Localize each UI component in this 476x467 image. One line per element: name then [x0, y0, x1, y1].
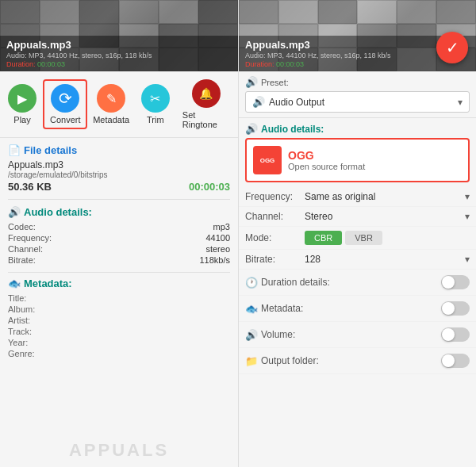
audio-details-title: 🔊 Audio details:	[8, 206, 230, 218]
metadata-icon: ✎	[97, 84, 125, 113]
file-details-section: 📄 File details Appuals.mp3 /storage/emul…	[0, 138, 238, 199]
audio-details-icon: 🔊	[8, 206, 21, 218]
mode-buttons: CBR VBR	[305, 231, 470, 245]
preset-dropdown-arrow: ▾	[458, 97, 463, 108]
volume-toggle-row: 🔊 Volume:	[239, 322, 476, 348]
toolbar-metadata[interactable]: ✎ Metadata	[87, 81, 134, 128]
file-path: /storage/emulated/0/bitstrips	[8, 170, 230, 179]
toolbar-ringtone-label: Set Ringtone	[182, 110, 230, 129]
vbr-button[interactable]: VBR	[345, 231, 382, 245]
frequency-value: Same as original	[305, 191, 375, 202]
file-duration: 00:00:03	[189, 181, 230, 193]
left-thumbnail: Appuals.mp3 Audio: MP3, 44100 Hz, stereo…	[0, 0, 238, 71]
volume-toggle[interactable]	[441, 327, 470, 342]
preset-dropdown-icon: 🔊	[252, 96, 265, 108]
ogg-name: OGG	[288, 149, 365, 162]
trim-icon: ✂	[141, 84, 170, 113]
right-audio-icon: 🔊	[245, 123, 258, 135]
frequency-label: Frequency:	[245, 191, 305, 202]
toolbar-convert-label: Convert	[50, 115, 81, 124]
left-thumbnail-duration: Duration: 00:00:03	[6, 60, 232, 68]
metadata-toggle[interactable]	[441, 301, 470, 316]
right-thumbnail-duration: Duration: 00:00:03	[245, 60, 470, 68]
frequency-arrow: ▾	[465, 191, 470, 202]
metadata-year-row: Year:	[8, 337, 230, 348]
right-thumbnail-audio: Audio: MP3, 44100 Hz, stereo, s16p, 118 …	[245, 52, 470, 59]
volume-label: Volume:	[261, 329, 295, 340]
channel-row: Channel: Stereo ▾	[239, 207, 476, 227]
toolbar-trim[interactable]: ✂ Trim	[135, 81, 176, 128]
toolbar-play-label: Play	[13, 115, 30, 124]
frequency-row: Frequency: Same as original ▾	[239, 187, 476, 207]
right-audio-details: 🔊 Audio details: OGG OGG Open source for…	[239, 118, 476, 187]
left-panel: Appuals.mp3 Audio: MP3, 44100 Hz, stereo…	[0, 0, 238, 467]
frequency-dropdown[interactable]: Same as original ▾	[305, 191, 470, 202]
volume-icon: 🔊	[245, 329, 258, 341]
audio-details-section: 🔊 Audio details: Codec: mp3 Frequency: 4…	[0, 200, 238, 272]
file-icon: 📄	[8, 144, 21, 156]
cbr-button[interactable]: CBR	[305, 231, 342, 245]
metadata-title: 🐟 Metadata:	[8, 278, 230, 289]
ogg-format-box[interactable]: OGG OGG Open source format	[245, 138, 470, 182]
right-panel: Appuals.mp3 Audio: MP3, 44100 Hz, stereo…	[238, 0, 476, 467]
bitrate-label: Bitrate:	[245, 254, 305, 265]
metadata-section: 🐟 Metadata: Title: Album: Artist: Track:…	[0, 273, 238, 364]
convert-icon: ⟳	[51, 84, 79, 113]
toolbar-ringtone[interactable]: 🔔 Set Ringtone	[176, 76, 236, 132]
metadata-toggle-row: 🐟 Metadata:	[239, 296, 476, 322]
metadata-toggle-label: Metadata:	[261, 303, 303, 314]
ogg-desc: Open source format	[288, 162, 365, 171]
ogg-icon: OGG	[253, 146, 282, 174]
duration-toggle-row: 🕐 Duration details:	[239, 270, 476, 296]
preset-section: 🔊 Preset: 🔊 Audio Output ▾	[239, 71, 476, 118]
right-audio-details-title: 🔊 Audio details:	[245, 123, 470, 135]
toolbar-convert[interactable]: ⟳ Convert	[43, 79, 87, 129]
duration-icon: 🕐	[245, 277, 258, 289]
bitrate-arrow: ▾	[465, 254, 470, 265]
folder-icon: 📁	[245, 355, 258, 367]
toolbar: ▶ Play ⟳ Convert ✎ Metadata ✂ Trim 🔔 Set…	[0, 71, 238, 138]
ringtone-icon: 🔔	[192, 79, 221, 108]
confirm-button[interactable]: ✓	[436, 32, 468, 63]
file-details-title: 📄 File details	[8, 144, 230, 156]
metadata-album-row: Album:	[8, 304, 230, 315]
left-thumbnail-audio: Audio: MP3, 44100 Hz, stereo, s16p, 118 …	[6, 52, 232, 59]
file-name: Appuals.mp3	[8, 159, 230, 170]
toolbar-play[interactable]: ▶ Play	[2, 81, 43, 128]
metadata-track-row: Track:	[8, 326, 230, 337]
preset-dropdown-value: Audio Output	[269, 97, 324, 108]
watermark: APPUALS	[69, 440, 169, 461]
bitrate-dropdown[interactable]: 128 ▾	[305, 254, 470, 265]
mode-row: Mode: CBR VBR	[239, 227, 476, 250]
metadata-title-row: Title:	[8, 293, 230, 304]
channel-dropdown[interactable]: Stereo ▾	[305, 211, 470, 222]
ogg-info: OGG Open source format	[288, 149, 365, 171]
toolbar-metadata-label: Metadata	[93, 115, 129, 124]
left-thumbnail-title: Appuals.mp3	[6, 39, 232, 51]
output-folder-label: Output folder:	[261, 355, 319, 366]
preset-dropdown[interactable]: 🔊 Audio Output ▾	[245, 91, 470, 113]
bitrate-value: 128	[305, 254, 321, 265]
metadata-toggle-icon: 🐟	[245, 303, 258, 315]
preset-icon: 🔊	[245, 76, 258, 88]
right-thumbnail: Appuals.mp3 Audio: MP3, 44100 Hz, stereo…	[239, 0, 476, 71]
duration-toggle[interactable]	[441, 275, 470, 289]
output-folder-toggle-row: 📁 Output folder:	[239, 348, 476, 374]
file-size: 50.36 KB	[8, 181, 52, 193]
duration-label: Duration details:	[261, 277, 330, 288]
channel-value: Stereo	[305, 211, 332, 222]
play-icon: ▶	[8, 84, 36, 113]
toolbar-trim-label: Trim	[147, 115, 164, 124]
output-folder-toggle[interactable]	[441, 354, 470, 368]
preset-label: 🔊 Preset:	[245, 76, 470, 88]
channel-label: Channel:	[245, 211, 305, 222]
channel-arrow: ▾	[465, 211, 470, 222]
mode-label: Mode:	[245, 232, 305, 243]
metadata-artist-row: Artist:	[8, 315, 230, 326]
metadata-genre-row: Genre:	[8, 348, 230, 359]
metadata-section-icon: 🐟	[8, 278, 21, 289]
bitrate-row: Bitrate: 128 ▾	[239, 250, 476, 270]
